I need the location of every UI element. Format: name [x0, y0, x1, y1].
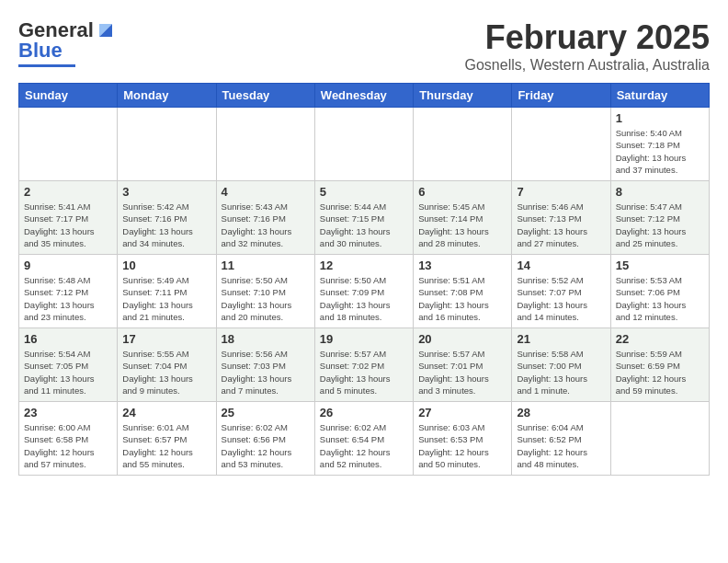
- calendar-cell: 2Sunrise: 5:41 AMSunset: 7:17 PMDaylight…: [19, 181, 118, 255]
- calendar-cell: 24Sunrise: 6:01 AMSunset: 6:57 PMDayligh…: [118, 402, 216, 476]
- day-number: 23: [24, 406, 112, 419]
- day-info: Sunrise: 6:01 AMSunset: 6:57 PMDaylight:…: [122, 421, 210, 470]
- day-number: 5: [320, 185, 408, 199]
- day-info: Sunrise: 5:44 AMSunset: 7:15 PMDaylight:…: [320, 201, 408, 249]
- calendar-cell: [314, 108, 413, 181]
- col-wednesday: Wednesday: [314, 84, 413, 108]
- day-info: Sunrise: 5:46 AMSunset: 7:13 PMDaylight:…: [517, 201, 605, 249]
- calendar-cell: 17Sunrise: 5:55 AMSunset: 7:04 PMDayligh…: [118, 328, 216, 402]
- day-info: Sunrise: 6:02 AMSunset: 6:54 PMDaylight:…: [320, 421, 408, 470]
- calendar-cell: 16Sunrise: 5:54 AMSunset: 7:05 PMDayligh…: [19, 328, 118, 402]
- day-number: 6: [418, 185, 506, 199]
- col-thursday: Thursday: [414, 84, 512, 108]
- day-info: Sunrise: 5:50 AMSunset: 7:09 PMDaylight:…: [320, 274, 408, 323]
- calendar-cell: 11Sunrise: 5:50 AMSunset: 7:10 PMDayligh…: [216, 255, 314, 328]
- calendar-cell: 13Sunrise: 5:51 AMSunset: 7:08 PMDayligh…: [414, 255, 512, 328]
- calendar-table: Sunday Monday Tuesday Wednesday Thursday…: [18, 83, 710, 476]
- calendar-cell: 18Sunrise: 5:56 AMSunset: 7:03 PMDayligh…: [216, 328, 314, 402]
- calendar-subtitle: Gosnells, Western Australia, Australia: [465, 57, 711, 74]
- calendar-cell: [118, 108, 216, 181]
- calendar-title: February 2025: [465, 18, 711, 57]
- day-number: 19: [320, 332, 408, 346]
- day-info: Sunrise: 5:53 AMSunset: 7:06 PMDaylight:…: [616, 274, 704, 323]
- calendar-cell: 20Sunrise: 5:57 AMSunset: 7:01 PMDayligh…: [414, 328, 512, 402]
- calendar-cell: [216, 108, 314, 181]
- day-number: 25: [222, 406, 310, 419]
- day-info: Sunrise: 5:48 AMSunset: 7:12 PMDaylight:…: [24, 274, 112, 323]
- day-info: Sunrise: 5:52 AMSunset: 7:07 PMDaylight:…: [517, 274, 605, 323]
- day-number: 13: [418, 259, 506, 272]
- logo: General Blue: [18, 18, 116, 67]
- day-number: 22: [616, 332, 704, 346]
- day-number: 3: [122, 185, 210, 199]
- day-number: 11: [222, 259, 310, 272]
- calendar-cell: 10Sunrise: 5:49 AMSunset: 7:11 PMDayligh…: [118, 255, 216, 328]
- day-number: 26: [320, 406, 408, 419]
- calendar-cell: 23Sunrise: 6:00 AMSunset: 6:58 PMDayligh…: [19, 402, 118, 476]
- col-sunday: Sunday: [19, 84, 118, 108]
- calendar-cell: 22Sunrise: 5:59 AMSunset: 6:59 PMDayligh…: [610, 328, 709, 402]
- calendar-week-row: 2Sunrise: 5:41 AMSunset: 7:17 PMDaylight…: [19, 181, 710, 255]
- calendar-cell: [414, 108, 512, 181]
- day-number: 15: [616, 259, 704, 272]
- calendar-cell: 21Sunrise: 5:58 AMSunset: 7:00 PMDayligh…: [512, 328, 610, 402]
- day-info: Sunrise: 6:02 AMSunset: 6:56 PMDaylight:…: [222, 421, 310, 470]
- day-info: Sunrise: 5:57 AMSunset: 7:02 PMDaylight:…: [320, 348, 408, 396]
- calendar-cell: 3Sunrise: 5:42 AMSunset: 7:16 PMDaylight…: [118, 181, 216, 255]
- calendar-cell: 7Sunrise: 5:46 AMSunset: 7:13 PMDaylight…: [512, 181, 610, 255]
- calendar-week-row: 9Sunrise: 5:48 AMSunset: 7:12 PMDaylight…: [19, 255, 710, 328]
- header-row: Sunday Monday Tuesday Wednesday Thursday…: [19, 84, 710, 108]
- day-number: 7: [517, 185, 605, 199]
- calendar-week-row: 16Sunrise: 5:54 AMSunset: 7:05 PMDayligh…: [19, 328, 710, 402]
- day-number: 16: [24, 332, 112, 346]
- col-monday: Monday: [118, 84, 216, 108]
- day-info: Sunrise: 5:42 AMSunset: 7:16 PMDaylight:…: [122, 201, 210, 249]
- day-info: Sunrise: 5:45 AMSunset: 7:14 PMDaylight:…: [418, 201, 506, 249]
- calendar-cell: 12Sunrise: 5:50 AMSunset: 7:09 PMDayligh…: [314, 255, 413, 328]
- col-friday: Friday: [512, 84, 610, 108]
- day-number: 2: [24, 185, 112, 199]
- day-info: Sunrise: 5:56 AMSunset: 7:03 PMDaylight:…: [222, 348, 310, 396]
- day-info: Sunrise: 6:04 AMSunset: 6:52 PMDaylight:…: [517, 421, 605, 470]
- calendar-cell: 26Sunrise: 6:02 AMSunset: 6:54 PMDayligh…: [314, 402, 413, 476]
- col-tuesday: Tuesday: [216, 84, 314, 108]
- day-number: 27: [418, 406, 506, 419]
- day-info: Sunrise: 5:55 AMSunset: 7:04 PMDaylight:…: [122, 348, 210, 396]
- header: General Blue February 2025 Gosnells, Wes…: [18, 18, 710, 74]
- calendar-cell: 14Sunrise: 5:52 AMSunset: 7:07 PMDayligh…: [512, 255, 610, 328]
- day-number: 20: [418, 332, 506, 346]
- day-info: Sunrise: 5:58 AMSunset: 7:00 PMDaylight:…: [517, 348, 605, 396]
- calendar-cell: [19, 108, 118, 181]
- day-number: 24: [122, 406, 210, 419]
- day-info: Sunrise: 5:47 AMSunset: 7:12 PMDaylight:…: [616, 201, 704, 249]
- day-info: Sunrise: 5:49 AMSunset: 7:11 PMDaylight:…: [122, 274, 210, 323]
- calendar-cell: [512, 108, 610, 181]
- col-saturday: Saturday: [610, 84, 709, 108]
- calendar-cell: 1Sunrise: 5:40 AMSunset: 7:18 PMDaylight…: [610, 108, 709, 181]
- day-info: Sunrise: 5:59 AMSunset: 6:59 PMDaylight:…: [616, 348, 704, 396]
- calendar-cell: [610, 402, 709, 476]
- day-number: 8: [616, 185, 704, 199]
- calendar-week-row: 1Sunrise: 5:40 AMSunset: 7:18 PMDaylight…: [19, 108, 710, 181]
- calendar-cell: 6Sunrise: 5:45 AMSunset: 7:14 PMDaylight…: [414, 181, 512, 255]
- day-info: Sunrise: 5:50 AMSunset: 7:10 PMDaylight:…: [222, 274, 310, 323]
- calendar-cell: 9Sunrise: 5:48 AMSunset: 7:12 PMDaylight…: [19, 255, 118, 328]
- logo-icon: [96, 20, 116, 40]
- day-info: Sunrise: 5:51 AMSunset: 7:08 PMDaylight:…: [418, 274, 506, 323]
- day-number: 9: [24, 259, 112, 272]
- day-number: 14: [517, 259, 605, 272]
- title-section: February 2025 Gosnells, Western Australi…: [465, 18, 711, 74]
- day-number: 28: [517, 406, 605, 419]
- calendar-week-row: 23Sunrise: 6:00 AMSunset: 6:58 PMDayligh…: [19, 402, 710, 476]
- day-info: Sunrise: 6:03 AMSunset: 6:53 PMDaylight:…: [418, 421, 506, 470]
- day-number: 4: [222, 185, 310, 199]
- calendar-cell: 27Sunrise: 6:03 AMSunset: 6:53 PMDayligh…: [414, 402, 512, 476]
- logo-blue: Blue: [18, 39, 63, 63]
- day-number: 10: [122, 259, 210, 272]
- calendar-cell: 28Sunrise: 6:04 AMSunset: 6:52 PMDayligh…: [512, 402, 610, 476]
- calendar-cell: 19Sunrise: 5:57 AMSunset: 7:02 PMDayligh…: [314, 328, 413, 402]
- day-number: 12: [320, 259, 408, 272]
- day-info: Sunrise: 5:40 AMSunset: 7:18 PMDaylight:…: [616, 127, 704, 176]
- calendar-cell: 15Sunrise: 5:53 AMSunset: 7:06 PMDayligh…: [610, 255, 709, 328]
- day-number: 1: [616, 111, 704, 125]
